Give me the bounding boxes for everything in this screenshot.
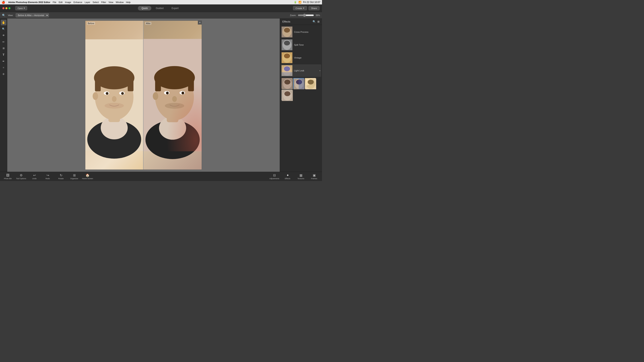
organizer-button[interactable]: ⊞ Organizer	[68, 173, 80, 181]
search-button[interactable]: 🔍	[2, 14, 6, 17]
brush-tool[interactable]: ✒	[1, 58, 6, 64]
type-tool[interactable]: T	[1, 52, 6, 57]
close-window-button[interactable]	[2, 7, 4, 9]
adjustments-icon: ⊟	[273, 173, 276, 177]
effect-name-vintage: Vintage	[294, 56, 320, 59]
effect-name-cross-process: Cross Process	[294, 31, 320, 33]
effects-header: Effects 🔍 ⊞	[280, 18, 322, 25]
zoom-section: Zoom: 39%	[290, 14, 320, 17]
textures-icon: ▦	[300, 173, 302, 177]
bottom-bar: 🖼 Photo Bin ⚙ Tool Options ↩ Undo ↪ Redo…	[0, 172, 322, 181]
pattern-tool[interactable]: ⊞	[1, 45, 6, 51]
effect-name-light-leak: Light Leak	[294, 69, 320, 72]
main-layout: ✋ 🔍 👁 ✏ ⊞ T ✒ ⌗ ✛ ×	[0, 18, 322, 172]
redo-icon: ↪	[46, 173, 49, 177]
menu-image[interactable]: Image	[65, 1, 71, 3]
svg-rect-51	[299, 78, 304, 89]
rotate-button[interactable]: ↻ Rotate	[55, 173, 67, 181]
svg-point-40	[284, 53, 290, 58]
zoom-label: Zoom:	[290, 14, 296, 16]
rotate-label: Rotate	[58, 178, 64, 180]
tool-options-icon: ⚙	[20, 173, 22, 177]
svg-point-10	[106, 92, 108, 95]
light-leak-variant-1[interactable]	[282, 78, 292, 89]
effects-title: Effects	[282, 20, 290, 23]
photo-bin-icon: 🖼	[6, 174, 10, 177]
effect-item-vintage[interactable]: Vintage	[281, 51, 321, 64]
move-tool[interactable]: ✛	[1, 71, 6, 77]
menu-filter[interactable]: Filter	[101, 1, 106, 3]
svg-point-58	[284, 91, 290, 96]
eyedropper-tool[interactable]: 👁	[1, 32, 6, 38]
adjustments-button[interactable]: ⊟ Adjustments	[268, 173, 280, 181]
tool-options-button[interactable]: ⚙ Tool Options	[15, 173, 27, 181]
open-chevron-icon: ▾	[24, 7, 25, 9]
mode-expert[interactable]: Expert	[168, 6, 182, 10]
effects-search-icon[interactable]: 🔍	[312, 20, 316, 23]
effects-grid-icon[interactable]: ⊞	[317, 20, 320, 23]
canvas-area: ×	[7, 18, 280, 172]
light-leak-variant-2[interactable]	[293, 78, 304, 89]
svg-point-55	[308, 80, 314, 84]
left-toolbar: ✋ 🔍 👁 ✏ ⊞ T ✒ ⌗ ✛	[0, 18, 7, 172]
quick-select-tool[interactable]: ✏	[1, 39, 6, 45]
effect-thumb-cross-process	[282, 26, 292, 37]
effects-list: Cross Process Split Tone	[280, 25, 322, 172]
tool-options-label: Tool Options	[16, 178, 26, 180]
effect-item-light-leak[interactable]: Light Leak ▾	[281, 64, 321, 77]
crop-tool[interactable]: ⌗	[1, 65, 6, 70]
effect-item-split-tone[interactable]: Split Tone	[281, 39, 321, 51]
menu-enhance[interactable]: Enhance	[74, 1, 82, 3]
svg-rect-7	[128, 76, 134, 91]
fullscreen-window-button[interactable]	[8, 7, 10, 9]
create-chevron-icon: ▾	[303, 7, 304, 9]
svg-rect-6	[95, 76, 101, 91]
create-button[interactable]: Create ▾	[293, 6, 307, 10]
photo-bin-button[interactable]: 🖼 Photo Bin	[2, 173, 14, 181]
mode-switcher: Quick Guided Expert	[30, 6, 290, 10]
zoom-slider[interactable]	[298, 14, 314, 17]
effect-thumb-vintage	[282, 52, 292, 63]
effects-bottom-label: Effects	[285, 178, 290, 180]
redo-button[interactable]: ↪ Redo	[42, 173, 54, 181]
mode-guided[interactable]: Guided	[152, 6, 167, 10]
menu-select[interactable]: Select	[92, 1, 99, 3]
undo-button[interactable]: ↩ Undo	[28, 173, 41, 181]
home-screen-button[interactable]: 🏠 Home Screen	[81, 173, 94, 181]
adjustments-label: Adjustments	[269, 178, 279, 180]
undo-icon: ↩	[33, 173, 36, 177]
light-leak-variant-3[interactable]	[305, 78, 316, 89]
minimize-window-button[interactable]	[6, 7, 8, 9]
menu-view[interactable]: View	[108, 1, 113, 3]
light-leak-variant-4[interactable]	[282, 90, 292, 100]
effects-header-icons: 🔍 ⊞	[312, 20, 320, 23]
zoom-tool[interactable]: 🔍	[1, 26, 6, 32]
effect-item-cross-process[interactable]: Cross Process	[281, 26, 321, 38]
view-label: View:	[8, 14, 13, 16]
menu-items: File Edit Image Enhance Layer Select Fil…	[53, 1, 130, 3]
menu-edit[interactable]: Edit	[59, 1, 62, 3]
textures-label: Textures	[298, 178, 304, 180]
open-button[interactable]: Open ▾	[15, 6, 27, 10]
menu-window[interactable]: Window	[116, 1, 124, 3]
mode-quick[interactable]: Quick	[138, 6, 151, 10]
bottom-right-tools: ⊟ Adjustments ✦ Effects ▦ Textures ▣ Fra…	[268, 173, 320, 181]
view-dropdown[interactable]: Before & After – Horizontal	[16, 13, 49, 17]
home-screen-label: Home Screen	[82, 178, 93, 180]
canvas-close-button[interactable]: ×	[198, 20, 202, 24]
menu-file[interactable]: File	[53, 1, 56, 3]
zoom-value: 39%	[316, 14, 320, 16]
after-panel	[144, 21, 202, 170]
textures-button[interactable]: ▦ Textures	[295, 173, 307, 181]
light-leak-sub-items	[281, 77, 321, 101]
effect-thumb-split-tone	[282, 39, 292, 50]
menu-layer[interactable]: Layer	[85, 1, 90, 3]
share-button[interactable]: Share	[308, 6, 320, 10]
before-label: Before	[87, 22, 95, 25]
hand-tool[interactable]: ✋	[1, 20, 6, 25]
svg-point-34	[284, 28, 290, 32]
menu-help[interactable]: Help	[126, 1, 130, 3]
frames-button[interactable]: ▣ Frames	[308, 173, 320, 181]
apple-menu[interactable]: 🍎	[2, 0, 5, 4]
effects-button[interactable]: ✦ Effects	[281, 173, 294, 181]
